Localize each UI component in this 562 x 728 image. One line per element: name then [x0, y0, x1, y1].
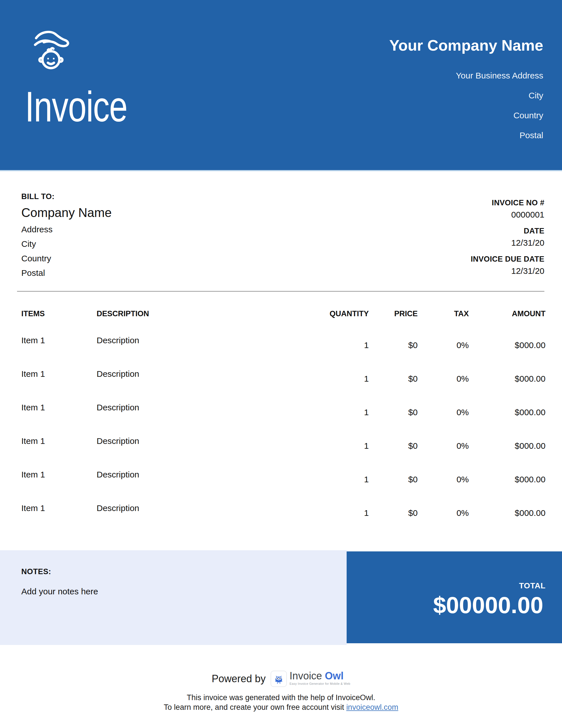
column-header-quantity: QUANTITY [329, 309, 369, 318]
table-row: Item 1 Description 1 $0 0% $000.00 [0, 470, 562, 503]
row-item-cell: Item 1 [21, 369, 45, 379]
invoice-number-value: 0000001 [471, 210, 544, 220]
footer-line-1: This invoice was generated with the help… [0, 693, 562, 702]
footer-line-2-text: To learn more, and create your own free … [164, 703, 346, 712]
column-header-price: PRICE [394, 309, 418, 318]
row-tax-cell: 0% [457, 475, 469, 484]
row-description-cell: Description [97, 403, 139, 412]
bill-to-company: Company Name [21, 206, 112, 220]
row-amount-cell: $000.00 [515, 374, 546, 384]
row-price-cell: $0 [408, 475, 418, 484]
notes-label: NOTES: [21, 567, 51, 576]
table-header-row: ITEMS DESCRIPTION QUANTITY PRICE TAX AMO… [0, 309, 562, 321]
row-quantity-cell: 1 [364, 441, 369, 451]
bill-to-line: Postal [21, 268, 112, 278]
table-row: Item 1 Description 1 $0 0% $000.00 [0, 403, 562, 436]
notes-text[interactable]: Add your notes here [21, 587, 98, 596]
invoiceowl-logo[interactable]: Invoice Owl Easy Invoice Generator for M… [271, 671, 350, 687]
owl-icon [273, 673, 284, 684]
company-address-line: Your Business Address [389, 71, 543, 80]
total-panel: TOTAL $00000.00 [347, 551, 562, 643]
row-item-cell: Item 1 [21, 470, 45, 479]
owl-logo-box [271, 671, 287, 687]
bill-to-line: Country [21, 254, 112, 263]
powered-by-row: Powered by Invoice Owl Easy Invoice Gene… [0, 669, 562, 689]
company-block: Your Company Name Your Business Address … [389, 37, 543, 140]
row-price-cell: $0 [408, 340, 418, 350]
notes-panel: NOTES: Add your notes here [0, 550, 347, 645]
table-row: Item 1 Description 1 $0 0% $000.00 [0, 336, 562, 369]
logo-word-invoice: Invoice [289, 670, 322, 682]
logo-wordmark: Invoice Owl [289, 671, 350, 681]
column-header-tax: TAX [454, 309, 469, 318]
row-tax-cell: 0% [457, 441, 469, 451]
invoice-due-date-label: INVOICE DUE DATE [471, 255, 544, 264]
table-row: Item 1 Description 1 $0 0% $000.00 [0, 369, 562, 403]
column-header-description: DESCRIPTION [97, 309, 149, 318]
row-description-cell: Description [97, 369, 139, 379]
row-price-cell: $0 [408, 408, 418, 417]
company-address-line: Postal [389, 131, 543, 140]
invoiceowl-link[interactable]: invoiceowl.com [346, 703, 398, 712]
invoice-number-label: INVOICE NO # [471, 198, 544, 207]
table-row: Item 1 Description 1 $0 0% $000.00 [0, 436, 562, 470]
logo-word-owl: Owl [325, 670, 343, 682]
invoice-page: Invoice Your Company Name Your Business … [0, 0, 562, 728]
total-value: $00000.00 [433, 592, 543, 619]
row-tax-cell: 0% [457, 340, 469, 350]
company-address-line: Country [389, 111, 543, 120]
invoice-due-date-value: 12/31/20 [471, 266, 544, 276]
invoice-meta-block: INVOICE NO # 0000001 DATE 12/31/20 INVOI… [471, 198, 544, 283]
row-quantity-cell: 1 [364, 508, 369, 518]
invoice-date-label: DATE [471, 227, 544, 235]
total-label: TOTAL [519, 581, 546, 590]
column-header-items: ITEMS [21, 309, 45, 318]
header-band: Invoice Your Company Name Your Business … [0, 0, 562, 171]
row-tax-cell: 0% [457, 508, 469, 518]
section-divider [17, 291, 544, 292]
row-tax-cell: 0% [457, 408, 469, 417]
row-price-cell: $0 [408, 441, 418, 451]
bill-to-label: BILL TO: [21, 192, 112, 201]
row-amount-cell: $000.00 [515, 340, 546, 350]
row-description-cell: Description [97, 503, 139, 513]
column-header-amount: AMOUNT [512, 309, 546, 318]
row-price-cell: $0 [408, 508, 418, 518]
row-price-cell: $0 [408, 374, 418, 384]
row-quantity-cell: 1 [364, 408, 369, 417]
row-amount-cell: $000.00 [515, 441, 546, 451]
table-row: Item 1 Description 1 $0 0% $000.00 [0, 503, 562, 537]
row-tax-cell: 0% [457, 374, 469, 384]
company-address-line: City [389, 91, 543, 100]
powered-by-text: Powered by [212, 673, 266, 685]
row-amount-cell: $000.00 [515, 475, 546, 484]
page-title: Invoice [25, 85, 127, 128]
row-quantity-cell: 1 [364, 475, 369, 484]
bill-to-line: City [21, 239, 112, 249]
invoice-date-value: 12/31/20 [471, 238, 544, 248]
row-description-cell: Description [97, 436, 139, 446]
childcare-hand-over-baby-icon [28, 23, 80, 75]
bill-to-block: BILL TO: Company Name Address City Count… [21, 192, 112, 278]
footer-line-2: To learn more, and create your own free … [0, 703, 562, 712]
row-item-cell: Item 1 [21, 403, 45, 412]
logo-tagline: Easy Invoice Generator for Mobile & Web [289, 682, 350, 685]
row-item-cell: Item 1 [21, 336, 45, 345]
row-description-cell: Description [97, 336, 139, 345]
row-item-cell: Item 1 [21, 436, 45, 446]
company-name: Your Company Name [389, 37, 543, 54]
row-amount-cell: $000.00 [515, 508, 546, 518]
row-amount-cell: $000.00 [515, 408, 546, 417]
logo-text-column: Invoice Owl Easy Invoice Generator for M… [289, 671, 350, 685]
bill-to-line: Address [21, 225, 112, 234]
row-quantity-cell: 1 [364, 374, 369, 384]
row-description-cell: Description [97, 470, 139, 479]
row-item-cell: Item 1 [21, 503, 45, 513]
row-quantity-cell: 1 [364, 340, 369, 350]
